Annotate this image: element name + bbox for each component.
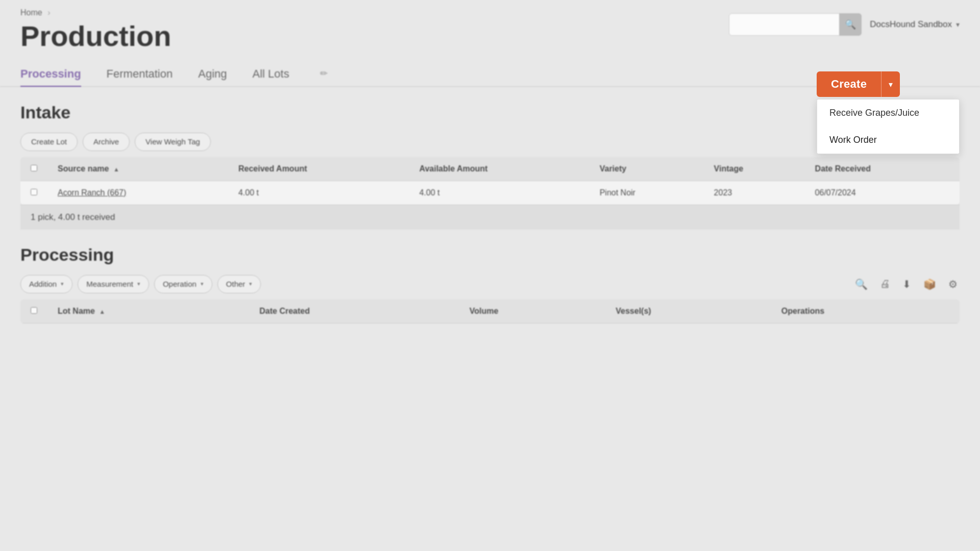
- processing-download-icon[interactable]: ⬇: [900, 276, 913, 292]
- processing-toolbar-icons: 🔍 🖨 ⬇ 📦 ⚙: [853, 276, 960, 292]
- source-name-link[interactable]: Acorn Ranch (667): [58, 188, 126, 197]
- row-vintage: 2023: [704, 181, 805, 205]
- tab-all-lots[interactable]: All Lots: [253, 62, 289, 87]
- proc-col-date-created: Date Created: [249, 299, 459, 323]
- operation-caret-icon: ▾: [201, 281, 204, 287]
- row-source-name: Acorn Ranch (667): [47, 181, 228, 205]
- addition-dropdown[interactable]: Addition ▾: [20, 275, 72, 293]
- proc-col-volume: Volume: [459, 299, 606, 323]
- processing-search-icon[interactable]: 🔍: [853, 276, 870, 292]
- processing-toolbar: Addition ▾ Measurement ▾ Operation ▾ Oth…: [20, 275, 960, 293]
- intake-table: Source name ▲ Received Amount Available …: [20, 157, 960, 205]
- table-row: Acorn Ranch (667) 4.00 t 4.00 t Pinot No…: [20, 181, 960, 205]
- intake-col-date-received: Date Received: [805, 157, 960, 181]
- addition-caret-icon: ▾: [61, 281, 64, 287]
- intake-col-variety: Variety: [590, 157, 704, 181]
- intake-col-source-name: Source name ▲: [47, 157, 228, 181]
- row-checkbox-cell: [20, 181, 47, 205]
- create-lot-button[interactable]: Create Lot: [20, 133, 78, 151]
- source-name-sort-icon[interactable]: ▲: [113, 166, 119, 173]
- row-variety: Pinot Noir: [590, 181, 704, 205]
- search-icon: 🔍: [845, 19, 856, 30]
- other-dropdown[interactable]: Other ▾: [217, 275, 261, 293]
- create-dropdown-menu: Receive Grapes/Juice Work Order: [817, 99, 960, 154]
- tab-aging[interactable]: Aging: [198, 62, 227, 87]
- intake-col-available-amount: Available Amount: [409, 157, 589, 181]
- proc-col-vessels: Vessel(s): [605, 299, 771, 323]
- proc-select-all-checkbox[interactable]: [31, 307, 37, 314]
- other-caret-icon: ▾: [249, 281, 252, 287]
- tab-edit-icon[interactable]: ✏: [320, 68, 328, 79]
- view-weigh-tag-button[interactable]: View Weigh Tag: [135, 133, 211, 151]
- operation-dropdown[interactable]: Operation ▾: [154, 275, 212, 293]
- intake-summary: 1 pick, 4.00 t received: [20, 205, 960, 230]
- breadcrumb-home[interactable]: Home: [20, 8, 42, 17]
- intake-col-checkbox: [20, 157, 47, 181]
- breadcrumb-sep: ›: [47, 8, 50, 17]
- row-available-amount: 4.00 t: [409, 181, 589, 205]
- create-button-group: Create ▾: [817, 71, 960, 97]
- proc-col-operations: Operations: [771, 299, 960, 323]
- work-order-item[interactable]: Work Order: [817, 127, 959, 154]
- create-main-button[interactable]: Create: [817, 71, 881, 97]
- search-container: 🔍: [729, 13, 862, 36]
- proc-col-lot-name: Lot Name ▲: [47, 299, 249, 323]
- account-name: DocsHound Sandbox: [870, 19, 952, 30]
- page-title: Production: [20, 20, 172, 52]
- processing-section-title: Processing: [20, 245, 960, 265]
- tab-fermentation[interactable]: Fermentation: [107, 62, 173, 87]
- row-received-amount: 4.00 t: [228, 181, 409, 205]
- receive-grapes-juice-item[interactable]: Receive Grapes/Juice: [817, 99, 959, 127]
- account-selector[interactable]: DocsHound Sandbox ▾: [870, 19, 960, 30]
- tab-processing[interactable]: Processing: [20, 62, 81, 87]
- processing-archive-icon[interactable]: 📦: [921, 276, 938, 292]
- processing-table: Lot Name ▲ Date Created Volume Vessel(s)…: [20, 299, 960, 323]
- proc-col-checkbox: [20, 299, 47, 323]
- create-chevron-button[interactable]: ▾: [881, 71, 900, 97]
- archive-button[interactable]: Archive: [83, 133, 130, 151]
- intake-col-vintage: Vintage: [704, 157, 805, 181]
- breadcrumb: Home ›: [20, 8, 172, 17]
- row-checkbox[interactable]: [31, 189, 37, 195]
- account-chevron-icon: ▾: [956, 20, 960, 29]
- lot-name-sort-icon[interactable]: ▲: [99, 308, 105, 315]
- create-area: Create ▾ Receive Grapes/Juice Work Order: [817, 71, 960, 154]
- measurement-dropdown[interactable]: Measurement ▾: [78, 275, 149, 293]
- create-chevron-icon: ▾: [889, 80, 893, 89]
- processing-settings-icon[interactable]: ⚙: [946, 276, 960, 292]
- measurement-caret-icon: ▾: [137, 281, 140, 287]
- intake-select-all-checkbox[interactable]: [31, 165, 37, 171]
- search-button[interactable]: 🔍: [839, 13, 862, 36]
- row-date-received: 06/07/2024: [805, 181, 960, 205]
- processing-print-icon[interactable]: 🖨: [878, 276, 892, 292]
- intake-col-received-amount: Received Amount: [228, 157, 409, 181]
